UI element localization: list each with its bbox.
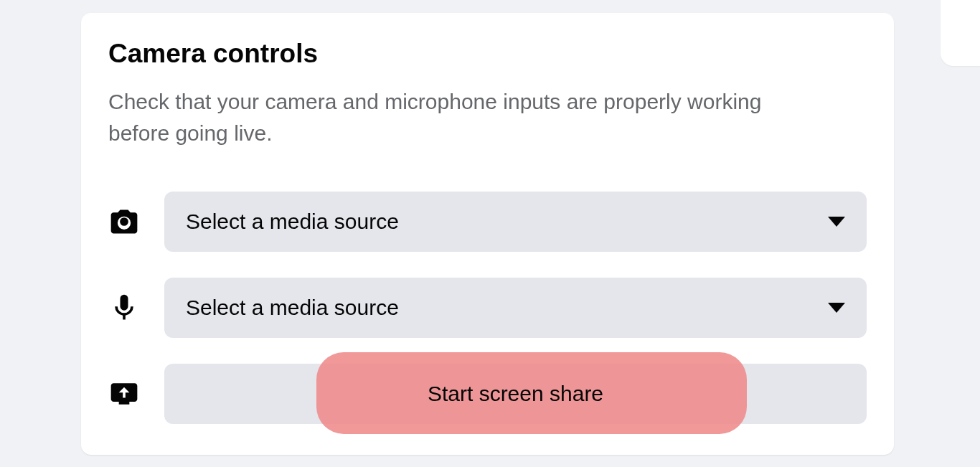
chevron-down-icon (828, 217, 845, 227)
microphone-row: Select a media source (108, 278, 867, 338)
side-panel-edge (941, 0, 980, 66)
card-description: Check that your camera and microphone in… (108, 86, 790, 148)
start-screen-share-button[interactable]: Start screen share (164, 364, 867, 424)
camera-row: Select a media source (108, 192, 867, 252)
camera-select[interactable]: Select a media source (164, 192, 867, 252)
microphone-select-label: Select a media source (186, 296, 399, 320)
microphone-select[interactable]: Select a media source (164, 278, 867, 338)
chevron-down-icon (828, 303, 845, 313)
screen-share-icon (108, 378, 164, 410)
camera-select-label: Select a media source (186, 209, 399, 234)
camera-icon (108, 206, 164, 237)
start-screen-share-label: Start screen share (428, 382, 603, 406)
card-title: Camera controls (108, 39, 867, 69)
microphone-icon (108, 292, 164, 324)
camera-controls-card: Camera controls Check that your camera a… (81, 13, 894, 455)
screenshare-row: Start screen share (108, 364, 867, 424)
